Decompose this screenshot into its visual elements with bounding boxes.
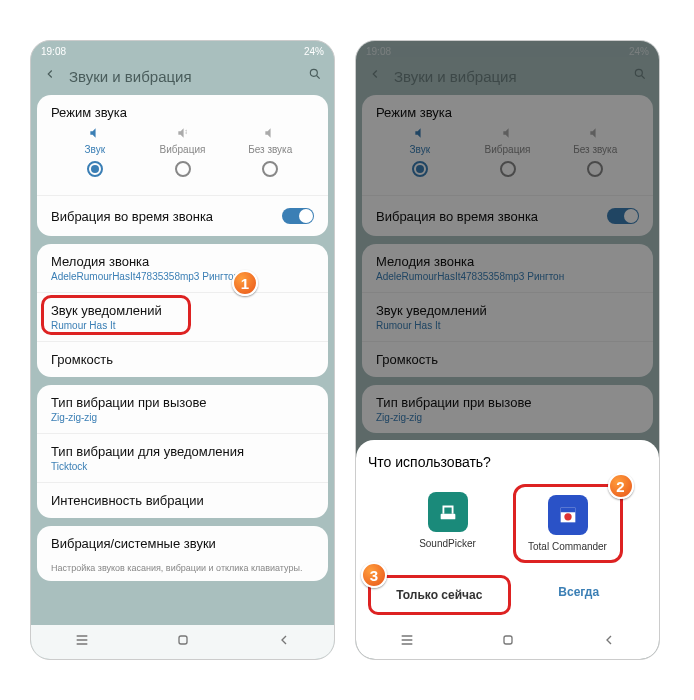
sounds-card: Мелодия звонка AdeleRumourHasIt47835358m…	[37, 244, 328, 377]
vib-intensity-row[interactable]: Интенсивность вибрации	[37, 482, 328, 518]
always-button[interactable]: Всегда	[511, 575, 648, 615]
marker-1: 1	[232, 270, 258, 296]
soundpicker-icon	[428, 492, 468, 532]
svg-rect-3	[440, 514, 455, 520]
nav-back-icon[interactable]	[276, 632, 292, 652]
chooser-title: Что использовать?	[368, 454, 647, 470]
app-soundpicker[interactable]: SoundPicker	[393, 484, 503, 563]
status-battery: 24%	[304, 46, 324, 57]
svg-point-0	[310, 69, 317, 76]
app-header: Звуки и вибрация	[31, 61, 334, 95]
nav-bar	[356, 625, 659, 659]
status-time: 19:08	[41, 46, 66, 57]
nav-home-icon[interactable]	[175, 632, 191, 652]
nav-home-icon[interactable]	[500, 632, 516, 652]
nav-recents-icon[interactable]	[399, 632, 415, 652]
phone-right: 19:08 24% Звуки и вибрация Режим звука З…	[355, 40, 660, 660]
vib-pattern-notif-row[interactable]: Тип вибрации для уведомления Ticktock	[37, 433, 328, 482]
sound-mode-title: Режим звука	[51, 105, 314, 120]
notification-sound-row[interactable]: Звук уведомлений Rumour Has It	[37, 292, 328, 341]
phone-left: 19:08 24% Звуки и вибрация Режим звука З…	[30, 40, 335, 660]
nav-recents-icon[interactable]	[74, 632, 90, 652]
radio-vibration[interactable]	[175, 161, 191, 177]
vibrate-toggle[interactable]	[282, 208, 314, 224]
system-sounds-card[interactable]: Вибрация/системные звуки Настройка звуко…	[37, 526, 328, 581]
status-bar: 19:08 24%	[31, 41, 334, 61]
ringtone-row[interactable]: Мелодия звонка AdeleRumourHasIt47835358m…	[37, 244, 328, 292]
sound-mode-card: Режим звука Звук Вибрация Без звука	[37, 95, 328, 236]
radio-silent[interactable]	[262, 161, 278, 177]
marker-2: 2	[608, 473, 634, 499]
search-icon[interactable]	[308, 67, 322, 85]
nav-back-icon[interactable]	[601, 632, 617, 652]
marker-3: 3	[361, 562, 387, 588]
svg-rect-1	[179, 636, 187, 644]
mode-sound[interactable]: Звук	[51, 126, 139, 177]
radio-sound[interactable]	[87, 161, 103, 177]
svg-rect-7	[504, 636, 512, 644]
just-once-button[interactable]: Только сейчас 3	[368, 575, 511, 615]
back-icon[interactable]	[43, 67, 57, 85]
mode-silent[interactable]: Без звука	[226, 126, 314, 177]
vibration-card: Тип вибрации при вызове Zig-zig-zig Тип …	[37, 385, 328, 518]
totalcommander-icon	[548, 495, 588, 535]
svg-point-6	[564, 513, 571, 520]
page-title: Звуки и вибрация	[69, 68, 296, 85]
settings-content: Режим звука Звук Вибрация Без звука	[31, 95, 334, 625]
svg-rect-5	[560, 508, 575, 513]
app-chooser: Что использовать? SoundPicker Total Comm…	[356, 440, 659, 625]
volume-row[interactable]: Громкость	[37, 341, 328, 377]
mode-vibration[interactable]: Вибрация	[139, 126, 227, 177]
vib-pattern-call-row[interactable]: Тип вибрации при вызове Zig-zig-zig	[37, 385, 328, 433]
vibrate-on-call-row[interactable]: Вибрация во время звонка	[37, 195, 328, 236]
app-totalcommander[interactable]: Total Commander 2	[513, 484, 623, 563]
nav-bar	[31, 625, 334, 659]
